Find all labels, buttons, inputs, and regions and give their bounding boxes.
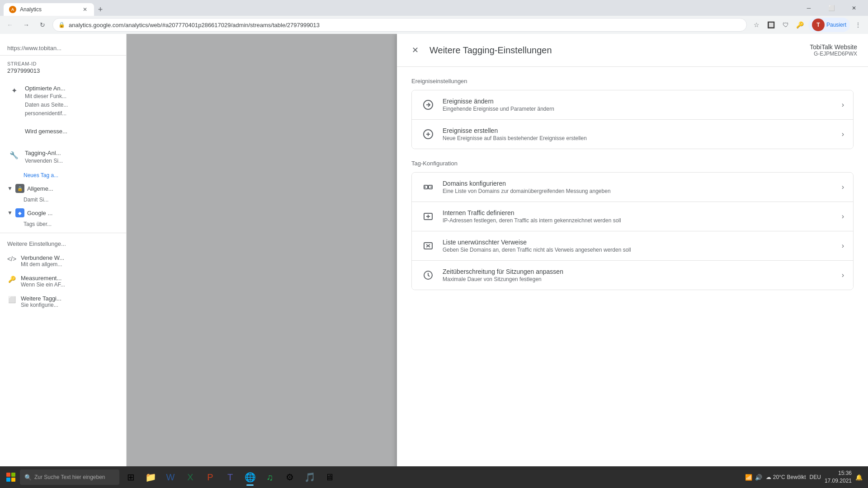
- ereignisse-erstellen-text: Ereignisse erstellen Neue Ereignisse auf…: [443, 127, 835, 141]
- ereignisse-aendern-title: Ereignisse ändern: [443, 98, 835, 105]
- powerpoint-icon: P: [207, 472, 213, 483]
- sidebar-item-weitere-tagging[interactable]: ⬜ Weitere Taggi... Sie konfigurie...: [0, 291, 126, 312]
- taskbar-app-powerpoint[interactable]: P: [201, 468, 220, 487]
- win-logo-blue: [6, 478, 10, 482]
- card-item-ereignisse-aendern[interactable]: Ereignisse ändern Eingehende Ereignisse …: [412, 90, 853, 120]
- gemessen-title: Wird gemesse...: [25, 128, 119, 135]
- internen-traffic-chevron: ›: [842, 212, 844, 221]
- card-item-zeitüberschreitung[interactable]: Zeitüberschreitung für Sitzungen anpasse…: [412, 261, 853, 290]
- taskbar-app-word[interactable]: W: [161, 468, 180, 487]
- ssl-lock-icon: 🔒: [58, 22, 65, 28]
- taskbar-app-unknown2[interactable]: 🖥: [320, 468, 339, 487]
- stream-id-value: 2797999013: [7, 67, 119, 74]
- sidebar-expand-allgemein[interactable]: ▼ 🔒 Allgeme...: [0, 180, 126, 197]
- network-icon[interactable]: 📶: [745, 474, 752, 481]
- taskbar-search[interactable]: 🔍 Zur Suche Text hier eingeben: [20, 469, 119, 485]
- sidebar-expand-google[interactable]: ▼ ◆ Google ...: [0, 205, 126, 221]
- taskbar-app-taskview[interactable]: ⊞: [121, 468, 140, 487]
- taskbar-app-settings[interactable]: ⚙: [280, 468, 299, 487]
- taskview-icon: ⊞: [127, 472, 135, 483]
- profile-avatar: T: [812, 19, 825, 31]
- chrome-icon: 🌐: [245, 472, 256, 483]
- taskbar-app-unknown1[interactable]: 🎵: [300, 468, 319, 487]
- liste-unerwuenschter-title: Liste unerwünschter Verweise: [443, 239, 835, 246]
- optimiert-desc2: Daten aus Seite...: [25, 101, 119, 109]
- liste-unerwuenschter-chevron: ›: [842, 242, 844, 250]
- settings-icon[interactable]: ⋮: [852, 19, 864, 31]
- sys-icons: 📶 🔊: [745, 474, 762, 481]
- word-icon: W: [166, 472, 175, 483]
- weitere-tagging-label: Weitere Taggi...: [21, 295, 61, 302]
- card-item-ereignisse-erstellen[interactable]: Ereignisse erstellen Neue Ereignisse auf…: [412, 120, 853, 149]
- sidebar-item-optimiert[interactable]: ✦ Optimierte An... Mit dieser Funk... Da…: [0, 80, 126, 122]
- clock[interactable]: 15:36 17.09.2021: [825, 469, 852, 485]
- taskbar-app-explorer[interactable]: 📁: [141, 468, 160, 487]
- maximize-button[interactable]: ⬜: [821, 0, 842, 16]
- sidebar-item-verbundene[interactable]: </> Verbundene W... Mit dem allgem...: [0, 251, 126, 271]
- ereignisse-erstellen-icon: [421, 127, 435, 141]
- close-button[interactable]: ✕: [844, 0, 864, 16]
- extension-icon-3[interactable]: 🔑: [794, 19, 807, 31]
- verbundene-icon: </>: [7, 254, 16, 263]
- settings-taskbar-icon: ⚙: [286, 472, 294, 483]
- sidebar-item-tagging[interactable]: 🔧 Tagging-Anl... Verwenden Si...: [0, 144, 126, 170]
- allgemein-desc: Damit Si...: [0, 197, 126, 205]
- tab-bar: A Analytics ✕ +: [4, 0, 797, 16]
- tab-close-button[interactable]: ✕: [81, 6, 89, 13]
- taskbar-apps: ⊞ 📁 W X P T 🌐 ♫ ⚙ 🎵 🖥: [121, 468, 339, 487]
- internen-traffic-icon: [421, 209, 435, 224]
- zeitüberschreitung-title: Zeitüberschreitung für Sitzungen anpasse…: [443, 268, 835, 275]
- domains-icon: [421, 180, 435, 194]
- sidebar-item-gemessen[interactable]: Wird gemesse...: [0, 122, 126, 144]
- bookmark-icon[interactable]: ☆: [750, 19, 763, 31]
- active-tab[interactable]: A Analytics ✕: [4, 3, 94, 16]
- sidebar-item-measurement[interactable]: 🔑 Measurement... Wenn Sie ein AF...: [0, 271, 126, 291]
- card-item-liste-unerwuenschter[interactable]: Liste unerwünschter Verweise Geben Sie D…: [412, 231, 853, 261]
- browser-chrome: A Analytics ✕ + ─ ⬜ ✕: [0, 0, 868, 16]
- notification-bell[interactable]: 🔔: [855, 474, 863, 481]
- sidebar-stream-info: STREAM-ID 2797999013: [0, 61, 126, 80]
- optimiert-desc: Mit dieser Funk...: [25, 93, 119, 100]
- domains-title: Domains konfigurieren: [443, 180, 835, 187]
- taskbar-app-excel[interactable]: X: [181, 468, 200, 487]
- panel-website-id: G-EJPMED6PWX: [810, 51, 857, 57]
- zeitüberschreitung-chevron: ›: [842, 271, 844, 279]
- taskbar-app-teams[interactable]: T: [221, 468, 240, 487]
- panel-website: TobiTalk Website G-EJPMED6PWX: [810, 43, 857, 57]
- panel-content: Ereigniseinstellungen Ereignisse ändern …: [397, 67, 868, 488]
- sidebar: https://www.tobitan... STREAM-ID 2797999…: [0, 34, 127, 488]
- extension-icon-2[interactable]: 🛡: [779, 19, 792, 31]
- ereignisse-erstellen-chevron: ›: [842, 130, 844, 138]
- profile-status: Pausiert: [826, 22, 846, 28]
- forward-button[interactable]: →: [20, 19, 33, 31]
- taskbar-app-spotify[interactable]: ♫: [260, 468, 279, 487]
- card-item-internen-traffic[interactable]: Internen Traffic definieren IP-Adressen …: [412, 202, 853, 231]
- sidebar-url: https://www.tobitan...: [0, 41, 126, 56]
- weather-info: ☁ 20°C Bewölkt: [766, 474, 806, 480]
- sound-icon[interactable]: 🔊: [755, 474, 762, 481]
- weather-label: Bewölkt: [787, 474, 806, 480]
- reload-button[interactable]: ↻: [36, 19, 49, 31]
- taskbar-app-chrome[interactable]: 🌐: [241, 468, 259, 487]
- optimiert-desc3: personenidentif...: [25, 110, 119, 117]
- weitere-einstellungen-header: Weitere Einstellunge...: [0, 237, 126, 251]
- url-text: analytics.google.com/analytics/web/#a207…: [69, 22, 741, 28]
- panel-title: Weitere Tagging-Einstellungen: [429, 45, 552, 56]
- weitere-tagging-desc: Sie konfigurie...: [21, 302, 61, 308]
- main-layout: https://www.tobitan... STREAM-ID 2797999…: [0, 34, 868, 488]
- extension-icon-1[interactable]: 🔲: [765, 19, 778, 31]
- address-bar[interactable]: 🔒 analytics.google.com/analytics/web/#a2…: [52, 18, 747, 32]
- explorer-icon: 📁: [145, 472, 156, 483]
- panel-close-button[interactable]: ✕: [408, 43, 422, 57]
- new-tab-button[interactable]: +: [94, 3, 107, 16]
- taskbar-search-icon: 🔍: [24, 474, 32, 481]
- tagging-desc: Verwenden Si...: [25, 157, 119, 165]
- card-item-domains[interactable]: Domains konfigurieren Eine Liste von Dom…: [412, 173, 853, 202]
- ereignisse-aendern-chevron: ›: [842, 101, 844, 109]
- new-tag-link[interactable]: Neues Tag a...: [0, 170, 126, 180]
- app2-icon: 🖥: [325, 472, 334, 483]
- start-button[interactable]: [2, 468, 20, 486]
- minimize-button[interactable]: ─: [798, 0, 819, 16]
- profile-button[interactable]: T Pausiert: [808, 18, 850, 32]
- back-button[interactable]: ←: [4, 19, 16, 31]
